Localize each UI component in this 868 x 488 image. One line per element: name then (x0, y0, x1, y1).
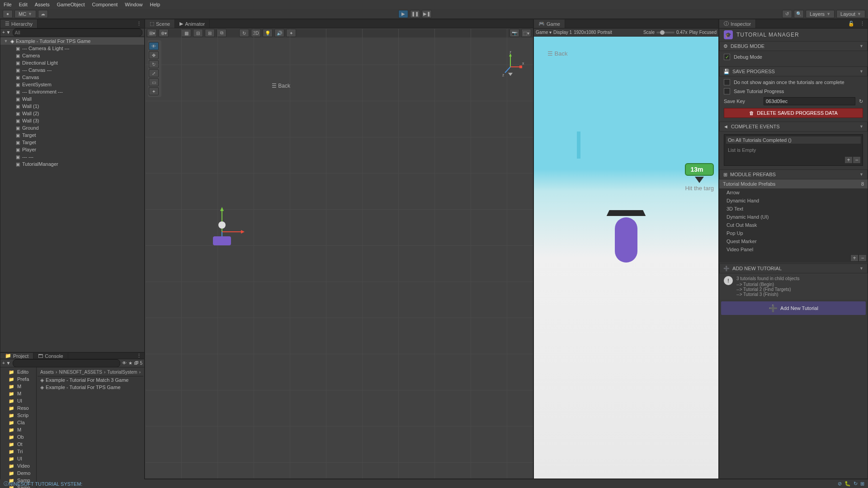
prefab-item[interactable]: Dynamic Hand (UI) (719, 213, 868, 221)
menu-help[interactable]: Help (150, 2, 160, 7)
hierarchy-item[interactable]: ▣Target (0, 131, 144, 139)
breadcrumb-item[interactable]: TutorialSystem (107, 370, 137, 375)
game-back-button[interactable]: ☰ Back (547, 50, 568, 57)
menu-window[interactable]: Window (125, 2, 142, 7)
add-tutorial-header[interactable]: ➕ADD NEW TUTORIAL ▼ (719, 263, 868, 273)
scene-player-gizmo[interactable] (199, 200, 254, 254)
save-progress-header[interactable]: 💾SAVE PROGRESS ▼ (719, 66, 868, 76)
star-icon[interactable]: ★ (128, 361, 132, 366)
project-folder[interactable]: M (0, 426, 36, 433)
project-folder[interactable]: Video (0, 462, 36, 469)
project-folder[interactable]: Reso (0, 404, 36, 412)
axis-gizmo[interactable]: y x z (497, 51, 524, 83)
project-folder[interactable]: UI (0, 397, 36, 404)
prefab-item[interactable]: Arrow (719, 188, 868, 197)
add-event-button[interactable]: + (844, 156, 853, 164)
project-folder[interactable]: Ot (0, 441, 36, 448)
account-label[interactable]: MC ▼ (14, 10, 36, 18)
undo-history-icon[interactable]: ↺ (782, 10, 792, 18)
project-folder[interactable]: M (0, 390, 36, 397)
breadcrumb-item[interactable]: Assets (40, 370, 54, 375)
game-dropdown[interactable]: Game ▾ (536, 30, 552, 35)
hierarchy-item[interactable]: ▣Wall (3) (0, 117, 144, 124)
menu-file[interactable]: File (4, 2, 12, 7)
display-dropdown[interactable]: Display 1 (553, 30, 572, 35)
animator-tab[interactable]: ▶Animator (175, 19, 210, 28)
hierarchy-item[interactable]: ▣--- Camera & Light --- (0, 45, 144, 52)
hierarchy-search[interactable] (13, 28, 142, 37)
remove-event-button[interactable]: − (853, 156, 861, 164)
hierarchy-item[interactable]: ▣Camera (0, 52, 144, 59)
debug-mode-checkbox[interactable] (724, 54, 730, 60)
step-button[interactable]: ▶❚ (422, 10, 432, 18)
console-tab[interactable]: 🗔Console (33, 353, 68, 359)
hierarchy-item[interactable]: ▣--- Environment --- (0, 88, 144, 95)
project-folder[interactable]: Scrip (0, 412, 36, 419)
prefab-item[interactable]: Pop Up (719, 229, 868, 237)
hierarchy-item[interactable]: ▣Target (0, 139, 144, 146)
save-progress-checkbox[interactable] (724, 88, 730, 94)
hierarchy-item[interactable]: ▣EventSystem (0, 81, 144, 88)
project-file[interactable]: ◈ Example - Tutorial For Match 3 Game (38, 376, 143, 384)
scene-root[interactable]: ▼ ◈ Example - Tutorial For TPS Game (0, 38, 144, 45)
pause-button[interactable]: ❚❚ (410, 10, 420, 18)
scene-tab[interactable]: ⬚Scene (145, 19, 175, 28)
delete-progress-button[interactable]: 🗑DELETE SAVED PROGRESS DATA (724, 108, 863, 118)
project-folder[interactable]: Ob (0, 433, 36, 441)
menu-assets[interactable]: Assets (35, 2, 50, 7)
filter-icon[interactable]: 👁 (122, 361, 127, 366)
layout-dropdown[interactable]: Layout ▼ (836, 10, 865, 18)
inspector-tab[interactable]: ⓘInspector (719, 19, 756, 28)
hierarchy-item[interactable]: ▣Wall (0, 95, 144, 103)
hierarchy-item[interactable]: ▣--- --- (0, 153, 144, 160)
hierarchy-item[interactable]: ▣Ground (0, 124, 144, 131)
breadcrumb-item[interactable]: NINESOFT_ASSETS (59, 370, 102, 375)
layers-dropdown[interactable]: Layers ▼ (806, 10, 835, 18)
project-tab[interactable]: 📁Project (0, 353, 33, 359)
refresh-key-icon[interactable]: ↻ (859, 99, 863, 104)
lock-icon[interactable]: 🔓 (845, 21, 857, 27)
status-icon[interactable]: 🐛 (844, 481, 851, 487)
panel-menu-icon[interactable]: ⋮ (134, 353, 144, 359)
menu-gameobject[interactable]: GameObject (57, 2, 85, 7)
add-prefab-button[interactable]: + (850, 254, 859, 262)
add-new-tutorial-button[interactable]: ➕Add New Tutorial (721, 301, 866, 315)
hierarchy-item[interactable]: ▣Canvas (0, 74, 144, 81)
menu-edit[interactable]: Edit (19, 2, 28, 7)
create-dropdown[interactable]: + ▼ (2, 361, 11, 366)
status-icon[interactable]: ⊞ (860, 481, 864, 487)
project-folder[interactable]: Prefa (0, 375, 36, 383)
project-file[interactable]: ◈ Example - Tutorial For TPS Game (38, 384, 143, 391)
status-icon[interactable]: ⊘ (838, 481, 842, 487)
scale-slider[interactable] (656, 32, 675, 33)
hierarchy-item[interactable]: ▣Directional Light (0, 59, 144, 66)
create-dropdown[interactable]: + ▼ (2, 30, 11, 35)
play-mode-dropdown[interactable]: Play Focused (689, 30, 717, 35)
prefab-item[interactable]: Video Panel (719, 245, 868, 253)
project-folder[interactable]: Cla (0, 419, 36, 426)
prefab-item[interactable]: Dynamic Hand (719, 197, 868, 205)
complete-events-header[interactable]: ◄COMPLETE EVENTS ▼ (719, 122, 868, 131)
project-folder[interactable]: Tri (0, 448, 36, 455)
hierarchy-item[interactable]: ▣--- Canvas --- (0, 66, 144, 74)
prefab-item[interactable]: Quest Marker (719, 237, 868, 245)
project-folder[interactable]: Edito (0, 368, 36, 375)
prefab-item[interactable]: Cut Out Mask (719, 221, 868, 229)
game-tab[interactable]: 🎮Game (534, 19, 565, 28)
account-dropdown[interactable]: ● (3, 10, 13, 18)
prefab-item[interactable]: 3D Text (719, 205, 868, 213)
search-icon[interactable]: 🔍 (794, 10, 804, 18)
save-key-input[interactable] (764, 97, 855, 105)
resolution-dropdown[interactable]: 868x488 Portrait (574, 30, 612, 35)
panel-menu-icon[interactable]: ⋮ (134, 21, 144, 27)
play-button[interactable]: ▶ (398, 10, 408, 18)
hierarchy-item[interactable]: ▣TutorialManager (0, 160, 144, 168)
project-search[interactable] (13, 359, 120, 367)
hierarchy-tab[interactable]: ☰Hierarchy (0, 19, 38, 28)
panel-menu-icon[interactable]: ⋮ (857, 21, 868, 27)
hierarchy-item[interactable]: ▣Wall (2) (0, 110, 144, 117)
hierarchy-item[interactable]: ▣Wall (1) (0, 103, 144, 110)
project-folder[interactable]: M (0, 383, 36, 390)
scene-view[interactable]: ⊞▾ ⊕▾ ▦ ⊟ ⊞ ⧉ ↻ 2D 💡 🔊 ✦ 📷 ⬚▾ (145, 28, 533, 479)
module-prefabs-header[interactable]: ⊞MODULE PREFABS ▼ (719, 169, 868, 179)
